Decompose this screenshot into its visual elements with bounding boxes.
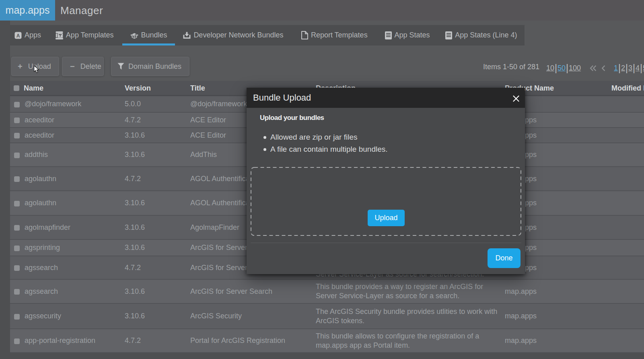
- svg-text:A: A: [16, 33, 20, 38]
